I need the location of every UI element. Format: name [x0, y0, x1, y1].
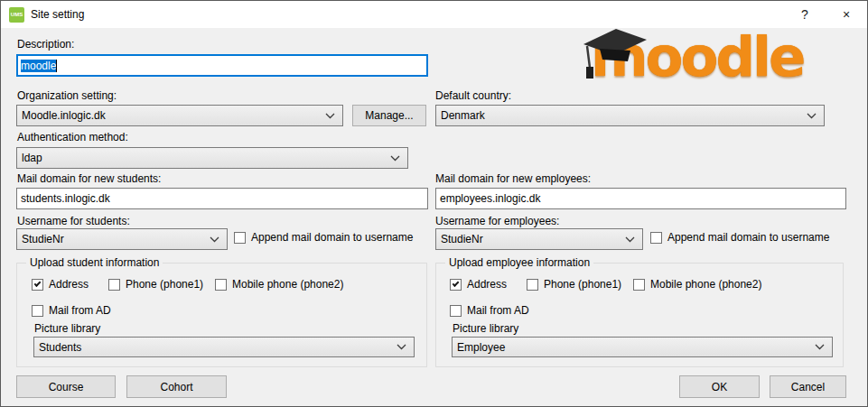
append-domain-employees-checkbox[interactable] — [650, 232, 662, 244]
chevron-down-icon — [815, 344, 825, 350]
checkmark-icon — [453, 280, 460, 287]
student-mobile-label: Mobile phone (phone2) — [232, 278, 343, 291]
upload-student-information-title: Upload student information — [26, 256, 163, 269]
default-country-label: Default country: — [435, 89, 511, 102]
chevron-down-icon — [625, 236, 635, 243]
employee-picture-library-label: Picture library — [453, 322, 518, 335]
student-phone-row[interactable]: Phone (phone1) — [108, 278, 203, 291]
student-picture-library-select[interactable]: Students — [33, 337, 415, 357]
employee-address-label: Address — [467, 278, 507, 291]
chevron-down-icon — [210, 236, 219, 243]
ums-app-icon: UMS — [9, 7, 24, 23]
chevron-down-icon — [325, 113, 335, 119]
mail-domain-employees-input[interactable]: employees.inlogic.dk — [435, 188, 846, 209]
text-caret — [56, 60, 57, 72]
username-employees-label: Username for employees: — [435, 215, 559, 227]
employee-mail-from-ad-label: Mail from AD — [467, 304, 529, 317]
course-button[interactable]: Course — [16, 375, 116, 398]
mail-domain-students-input[interactable]: students.inlogic.dk — [16, 188, 428, 209]
employee-mobile-label: Mobile phone (phone2) — [650, 278, 761, 291]
student-address-checkbox[interactable] — [32, 279, 43, 291]
organization-setting-select[interactable]: Moodle.inlogic.dk — [16, 105, 343, 126]
ok-button[interactable]: OK — [679, 375, 760, 398]
chevron-down-icon — [390, 155, 400, 162]
mail-domain-employees-value: employees.inlogic.dk — [440, 192, 540, 205]
organization-setting-label: Organization setting: — [17, 89, 117, 102]
append-domain-students-label: Append mail domain to username — [251, 231, 413, 244]
employee-picture-library-value: Employee — [457, 341, 505, 354]
username-employees-select[interactable]: StudieNr — [435, 228, 643, 250]
chevron-down-icon — [397, 344, 406, 350]
description-input[interactable]: moodle — [16, 54, 428, 77]
username-students-select[interactable]: StudieNr — [16, 228, 228, 250]
cancel-button[interactable]: Cancel — [770, 375, 846, 398]
upload-employee-information-group: Upload employee information Address Phon… — [435, 263, 844, 367]
student-picture-library-label: Picture library — [34, 322, 100, 335]
organization-setting-value: Moodle.inlogic.dk — [22, 109, 106, 122]
authentication-method-value: ldap — [22, 152, 42, 164]
username-employees-value: StudieNr — [441, 233, 483, 245]
student-address-label: Address — [49, 278, 89, 291]
cohort-button[interactable]: Cohort — [126, 375, 227, 398]
student-mail-from-ad-row[interactable]: Mail from AD — [32, 304, 111, 317]
chevron-down-icon — [807, 113, 817, 119]
mail-domain-employees-label: Mail domain for new employees: — [435, 172, 591, 185]
username-students-value: StudieNr — [22, 233, 64, 245]
employee-address-checkbox[interactable] — [450, 279, 462, 291]
description-label: Description: — [17, 38, 74, 51]
student-mobile-row[interactable]: Mobile phone (phone2) — [215, 278, 343, 291]
description-value: moodle — [21, 60, 56, 72]
employee-phone-label: Phone (phone1) — [544, 278, 621, 291]
username-students-label: Username for students: — [17, 215, 130, 227]
window-title: Site setting — [31, 8, 84, 21]
student-mail-from-ad-checkbox[interactable] — [32, 305, 43, 317]
employee-mobile-row[interactable]: Mobile phone (phone2) — [633, 278, 761, 291]
moodle-logo: moodle — [583, 30, 818, 93]
student-mobile-checkbox[interactable] — [215, 279, 227, 291]
employee-address-row[interactable]: Address — [450, 278, 507, 291]
employee-mail-from-ad-row[interactable]: Mail from AD — [450, 304, 529, 317]
employee-phone-row[interactable]: Phone (phone1) — [527, 278, 621, 291]
employee-picture-library-select[interactable]: Employee — [452, 337, 833, 357]
employee-phone-checkbox[interactable] — [527, 279, 538, 291]
append-domain-employees-row[interactable]: Append mail domain to username — [650, 231, 829, 244]
append-domain-students-row[interactable]: Append mail domain to username — [234, 231, 413, 244]
checkmark-icon — [34, 280, 42, 287]
default-country-value: Denmark — [441, 109, 485, 122]
mail-domain-students-value: students.inlogic.dk — [21, 192, 110, 205]
default-country-select[interactable]: Denmark — [435, 105, 825, 126]
site-setting-dialog: UMS Site setting ? × moodle Description:… — [0, 0, 868, 407]
authentication-method-select[interactable]: ldap — [16, 147, 408, 169]
employee-mobile-checkbox[interactable] — [633, 279, 645, 291]
authentication-method-label: Authentication method: — [17, 131, 128, 143]
student-phone-label: Phone (phone1) — [126, 278, 203, 291]
append-domain-employees-label: Append mail domain to username — [667, 231, 829, 244]
manage-button[interactable]: Manage... — [352, 105, 426, 126]
graduation-cap-icon — [578, 21, 649, 91]
upload-employee-information-title: Upload employee information — [445, 256, 593, 269]
student-address-row[interactable]: Address — [32, 278, 89, 291]
close-button[interactable]: × — [826, 1, 867, 28]
student-mail-from-ad-label: Mail from AD — [49, 304, 111, 317]
employee-mail-from-ad-checkbox[interactable] — [450, 305, 462, 317]
append-domain-students-checkbox[interactable] — [234, 232, 246, 244]
upload-student-information-group: Upload student information Address Phone… — [16, 263, 427, 367]
student-picture-library-value: Students — [39, 341, 81, 354]
student-phone-checkbox[interactable] — [108, 279, 120, 291]
mail-domain-students-label: Mail domain for new students: — [17, 172, 161, 185]
